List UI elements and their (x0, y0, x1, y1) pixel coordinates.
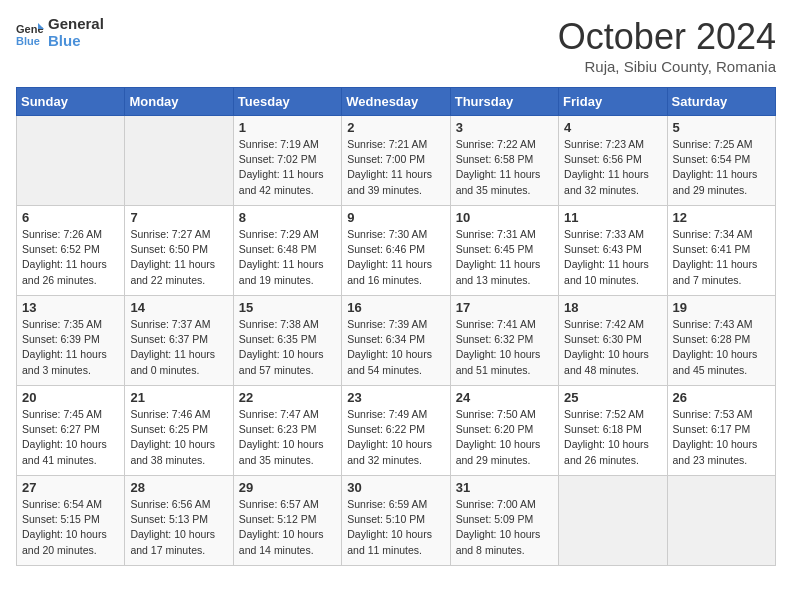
calendar-cell: 4 Sunrise: 7:23 AMSunset: 6:56 PMDayligh… (559, 116, 667, 206)
calendar-cell (667, 476, 775, 566)
calendar-cell: 10 Sunrise: 7:31 AMSunset: 6:45 PMDaylig… (450, 206, 558, 296)
day-number: 15 (239, 300, 336, 315)
day-info: Sunrise: 7:27 AMSunset: 6:50 PMDaylight:… (130, 228, 215, 286)
day-number: 14 (130, 300, 227, 315)
day-number: 4 (564, 120, 661, 135)
calendar-table: SundayMondayTuesdayWednesdayThursdayFrid… (16, 87, 776, 566)
calendar-cell: 18 Sunrise: 7:42 AMSunset: 6:30 PMDaylig… (559, 296, 667, 386)
calendar-week-row: 6 Sunrise: 7:26 AMSunset: 6:52 PMDayligh… (17, 206, 776, 296)
header-row: SundayMondayTuesdayWednesdayThursdayFrid… (17, 88, 776, 116)
title-block: October 2024 Ruja, Sibiu County, Romania (558, 16, 776, 75)
day-info: Sunrise: 7:25 AMSunset: 6:54 PMDaylight:… (673, 138, 758, 196)
day-number: 7 (130, 210, 227, 225)
calendar-cell: 28 Sunrise: 6:56 AMSunset: 5:13 PMDaylig… (125, 476, 233, 566)
day-info: Sunrise: 7:49 AMSunset: 6:22 PMDaylight:… (347, 408, 432, 466)
header-day: Tuesday (233, 88, 341, 116)
day-number: 1 (239, 120, 336, 135)
header-day: Saturday (667, 88, 775, 116)
calendar-cell: 5 Sunrise: 7:25 AMSunset: 6:54 PMDayligh… (667, 116, 775, 206)
calendar-cell (559, 476, 667, 566)
day-info: Sunrise: 7:34 AMSunset: 6:41 PMDaylight:… (673, 228, 758, 286)
header-day: Sunday (17, 88, 125, 116)
day-number: 30 (347, 480, 444, 495)
day-info: Sunrise: 7:39 AMSunset: 6:34 PMDaylight:… (347, 318, 432, 376)
calendar-cell: 3 Sunrise: 7:22 AMSunset: 6:58 PMDayligh… (450, 116, 558, 206)
svg-text:Blue: Blue (16, 35, 40, 47)
day-info: Sunrise: 7:00 AMSunset: 5:09 PMDaylight:… (456, 498, 541, 556)
day-number: 28 (130, 480, 227, 495)
calendar-cell: 12 Sunrise: 7:34 AMSunset: 6:41 PMDaylig… (667, 206, 775, 296)
calendar-cell: 6 Sunrise: 7:26 AMSunset: 6:52 PMDayligh… (17, 206, 125, 296)
day-info: Sunrise: 7:52 AMSunset: 6:18 PMDaylight:… (564, 408, 649, 466)
calendar-week-row: 27 Sunrise: 6:54 AMSunset: 5:15 PMDaylig… (17, 476, 776, 566)
calendar-cell: 14 Sunrise: 7:37 AMSunset: 6:37 PMDaylig… (125, 296, 233, 386)
day-number: 17 (456, 300, 553, 315)
day-info: Sunrise: 7:45 AMSunset: 6:27 PMDaylight:… (22, 408, 107, 466)
day-info: Sunrise: 7:41 AMSunset: 6:32 PMDaylight:… (456, 318, 541, 376)
calendar-body: 1 Sunrise: 7:19 AMSunset: 7:02 PMDayligh… (17, 116, 776, 566)
calendar-week-row: 13 Sunrise: 7:35 AMSunset: 6:39 PMDaylig… (17, 296, 776, 386)
day-info: Sunrise: 7:19 AMSunset: 7:02 PMDaylight:… (239, 138, 324, 196)
calendar-cell: 7 Sunrise: 7:27 AMSunset: 6:50 PMDayligh… (125, 206, 233, 296)
month-title: October 2024 (558, 16, 776, 58)
day-number: 2 (347, 120, 444, 135)
calendar-cell: 20 Sunrise: 7:45 AMSunset: 6:27 PMDaylig… (17, 386, 125, 476)
calendar-cell: 27 Sunrise: 6:54 AMSunset: 5:15 PMDaylig… (17, 476, 125, 566)
day-info: Sunrise: 7:53 AMSunset: 6:17 PMDaylight:… (673, 408, 758, 466)
day-number: 25 (564, 390, 661, 405)
day-number: 11 (564, 210, 661, 225)
calendar-cell: 1 Sunrise: 7:19 AMSunset: 7:02 PMDayligh… (233, 116, 341, 206)
header-day: Thursday (450, 88, 558, 116)
day-info: Sunrise: 7:35 AMSunset: 6:39 PMDaylight:… (22, 318, 107, 376)
day-number: 19 (673, 300, 770, 315)
day-info: Sunrise: 7:30 AMSunset: 6:46 PMDaylight:… (347, 228, 432, 286)
day-info: Sunrise: 6:59 AMSunset: 5:10 PMDaylight:… (347, 498, 432, 556)
calendar-cell: 30 Sunrise: 6:59 AMSunset: 5:10 PMDaylig… (342, 476, 450, 566)
day-info: Sunrise: 7:37 AMSunset: 6:37 PMDaylight:… (130, 318, 215, 376)
day-info: Sunrise: 7:33 AMSunset: 6:43 PMDaylight:… (564, 228, 649, 286)
header-day: Friday (559, 88, 667, 116)
day-number: 10 (456, 210, 553, 225)
calendar-cell: 25 Sunrise: 7:52 AMSunset: 6:18 PMDaylig… (559, 386, 667, 476)
day-number: 8 (239, 210, 336, 225)
calendar-cell: 17 Sunrise: 7:41 AMSunset: 6:32 PMDaylig… (450, 296, 558, 386)
day-info: Sunrise: 7:38 AMSunset: 6:35 PMDaylight:… (239, 318, 324, 376)
calendar-cell: 24 Sunrise: 7:50 AMSunset: 6:20 PMDaylig… (450, 386, 558, 476)
day-info: Sunrise: 7:29 AMSunset: 6:48 PMDaylight:… (239, 228, 324, 286)
day-info: Sunrise: 7:47 AMSunset: 6:23 PMDaylight:… (239, 408, 324, 466)
day-info: Sunrise: 7:31 AMSunset: 6:45 PMDaylight:… (456, 228, 541, 286)
day-number: 29 (239, 480, 336, 495)
calendar-header: SundayMondayTuesdayWednesdayThursdayFrid… (17, 88, 776, 116)
header-day: Monday (125, 88, 233, 116)
calendar-cell: 23 Sunrise: 7:49 AMSunset: 6:22 PMDaylig… (342, 386, 450, 476)
calendar-cell: 11 Sunrise: 7:33 AMSunset: 6:43 PMDaylig… (559, 206, 667, 296)
calendar-cell: 13 Sunrise: 7:35 AMSunset: 6:39 PMDaylig… (17, 296, 125, 386)
day-info: Sunrise: 7:42 AMSunset: 6:30 PMDaylight:… (564, 318, 649, 376)
day-number: 5 (673, 120, 770, 135)
day-info: Sunrise: 7:46 AMSunset: 6:25 PMDaylight:… (130, 408, 215, 466)
day-number: 12 (673, 210, 770, 225)
calendar-cell: 31 Sunrise: 7:00 AMSunset: 5:09 PMDaylig… (450, 476, 558, 566)
logo-general: General (48, 16, 104, 33)
day-info: Sunrise: 7:23 AMSunset: 6:56 PMDaylight:… (564, 138, 649, 196)
day-info: Sunrise: 7:43 AMSunset: 6:28 PMDaylight:… (673, 318, 758, 376)
day-number: 22 (239, 390, 336, 405)
day-number: 13 (22, 300, 119, 315)
page-header: General Blue General Blue October 2024 R… (16, 16, 776, 75)
logo-icon: General Blue (16, 19, 44, 47)
calendar-cell: 19 Sunrise: 7:43 AMSunset: 6:28 PMDaylig… (667, 296, 775, 386)
calendar-cell: 21 Sunrise: 7:46 AMSunset: 6:25 PMDaylig… (125, 386, 233, 476)
calendar-week-row: 20 Sunrise: 7:45 AMSunset: 6:27 PMDaylig… (17, 386, 776, 476)
location: Ruja, Sibiu County, Romania (558, 58, 776, 75)
day-number: 31 (456, 480, 553, 495)
calendar-cell (125, 116, 233, 206)
calendar-cell: 2 Sunrise: 7:21 AMSunset: 7:00 PMDayligh… (342, 116, 450, 206)
day-number: 18 (564, 300, 661, 315)
day-number: 3 (456, 120, 553, 135)
day-info: Sunrise: 7:26 AMSunset: 6:52 PMDaylight:… (22, 228, 107, 286)
day-info: Sunrise: 6:56 AMSunset: 5:13 PMDaylight:… (130, 498, 215, 556)
day-info: Sunrise: 6:54 AMSunset: 5:15 PMDaylight:… (22, 498, 107, 556)
calendar-cell: 9 Sunrise: 7:30 AMSunset: 6:46 PMDayligh… (342, 206, 450, 296)
day-number: 27 (22, 480, 119, 495)
day-info: Sunrise: 7:50 AMSunset: 6:20 PMDaylight:… (456, 408, 541, 466)
